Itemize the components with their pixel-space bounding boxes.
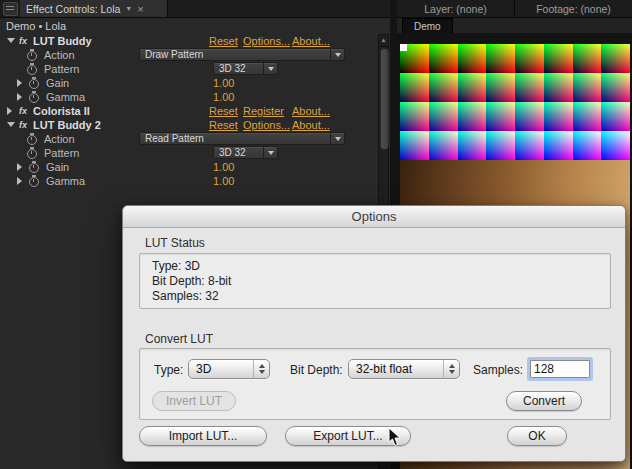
convert-lut-label: Convert LUT [145,332,213,346]
lut-tile [486,73,515,102]
lut-tile [429,102,458,131]
register-link[interactable]: Register [243,105,284,117]
about-link[interactable]: About... [292,35,330,47]
convert-lut-box: Type: 3D Bit Depth: 32-bit float Samples… [139,348,611,420]
lut-tile [429,73,458,102]
effect-name[interactable]: LUT Buddy 2 [33,119,101,131]
lut-tile [544,102,573,131]
property-label: Gamma [46,175,85,187]
chevron-down-icon [330,49,344,60]
property-label: Pattern [44,63,79,75]
panel-menu-icon[interactable]: ▼ [125,5,132,12]
lut-tile [515,73,544,102]
type-label: Type: [154,363,183,377]
twirl-right-icon[interactable] [17,79,22,87]
property-row-gain: Gain 1.00 [0,76,377,90]
twirl-right-icon[interactable] [17,93,22,101]
stopwatch-icon[interactable] [29,79,39,89]
twirl-right-icon[interactable] [17,177,22,185]
tab-footage[interactable]: Footage: (none) [515,0,632,17]
stopwatch-icon[interactable] [29,163,39,173]
status-bit-depth: Bit Depth: 8-bit [152,274,598,289]
property-value[interactable]: 1.00 [213,175,234,187]
pattern-dropdown[interactable]: 3D 32 [213,62,278,75]
lut-tile [400,73,429,102]
action-dropdown[interactable]: Draw Pattern [139,48,345,61]
twirl-right-icon[interactable] [7,107,12,115]
reset-link[interactable]: Reset [209,105,238,117]
property-value[interactable]: 1.00 [213,161,234,173]
property-row-pattern: Pattern 3D 32 [0,62,377,76]
reset-link[interactable]: Reset [209,35,238,47]
stopwatch-icon[interactable] [29,93,39,103]
twirl-right-icon[interactable] [17,163,22,171]
lut-tile [573,131,602,160]
import-lut-button[interactable]: Import LUT... [139,426,267,446]
panel-close-icon[interactable]: × [137,4,143,14]
property-row-gamma: Gamma 1.00 [0,90,377,104]
lut-tile [601,73,630,102]
pattern-dropdown-value: 3D 32 [214,63,263,74]
action-dropdown-value: Draw Pattern [140,49,330,60]
scrollbar-thumb[interactable] [380,48,389,150]
effect-name[interactable]: Colorista II [33,105,90,117]
ok-button[interactable]: OK [507,426,567,446]
samples-label: Samples: [473,363,523,377]
viewer-tab-row: Demo [397,18,632,33]
mouse-cursor [388,427,402,447]
lut-status-box: Type: 3D Bit Depth: 8-bit Samples: 32 [139,253,611,309]
fx-badge-icon: fx [19,36,27,46]
property-value[interactable]: 1.00 [213,91,234,103]
options-link[interactable]: Options... [243,119,290,131]
options-link[interactable]: Options... [243,35,290,47]
lut-status-label: LUT Status [145,236,205,250]
fx-badge-icon: fx [19,106,27,116]
property-value[interactable]: 1.00 [213,77,234,89]
popup-arrows-icon [443,360,459,378]
about-link[interactable]: About... [292,119,330,131]
chevron-down-icon [263,63,277,74]
action-dropdown[interactable]: Read Pattern [139,132,345,145]
popup-arrows-icon [253,360,269,378]
stopwatch-icon[interactable] [27,149,37,159]
status-type: Type: 3D [152,259,598,274]
tab-layer[interactable]: Layer: (none) [397,0,514,17]
pattern-dropdown[interactable]: 3D 32 [213,146,278,159]
effect-header-colorista: fx Colorista II Reset Register About... [0,104,377,118]
tab-demo[interactable]: Demo [402,18,453,34]
lut-tile [515,44,544,73]
reset-link[interactable]: Reset [209,119,238,131]
scroll-up-icon[interactable]: ▲ [379,35,388,47]
property-label: Gain [46,161,69,173]
about-link[interactable]: About... [292,105,330,117]
lut-tile [458,73,487,102]
twirl-down-icon[interactable] [7,38,15,43]
effect-header-lut-buddy-2: fx LUT Buddy 2 Reset Options... About... [0,118,377,132]
breadcrumb[interactable]: Demo • Lola [0,20,66,32]
lut-tile [544,44,573,73]
panel-grip-icon[interactable] [3,2,18,16]
effect-name[interactable]: LUT Buddy [33,35,92,47]
property-row-action: Action Read Pattern [0,132,377,146]
stopwatch-icon[interactable] [27,135,37,145]
property-label: Gain [46,77,69,89]
bit-depth-popup-value: 32-bit float [349,362,443,376]
app-window: Effect Controls: Lola ▼ × Layer: (none) … [0,0,632,469]
effect-header-lut-buddy: fx LUT Buddy Reset Options... About... [0,34,377,48]
stopwatch-icon[interactable] [29,177,39,187]
twirl-down-icon[interactable] [7,122,15,127]
lut-tile [486,44,515,73]
convert-button[interactable]: Convert [506,391,582,411]
lut-tile [544,73,573,102]
bit-depth-popup[interactable]: 32-bit float [348,359,460,379]
stopwatch-icon[interactable] [27,51,37,61]
stopwatch-icon[interactable] [27,65,37,75]
dialog-title[interactable]: Options [123,206,625,228]
type-popup[interactable]: 3D [188,359,270,379]
pattern-origin-marker [400,44,407,51]
tab-effect-controls[interactable]: Effect Controls: Lola ▼ × [20,0,168,17]
lut-tile [486,131,515,160]
options-dialog: Options LUT Status Type: 3D Bit Depth: 8… [122,205,626,462]
samples-input[interactable] [530,360,590,378]
lut-tile [429,44,458,73]
